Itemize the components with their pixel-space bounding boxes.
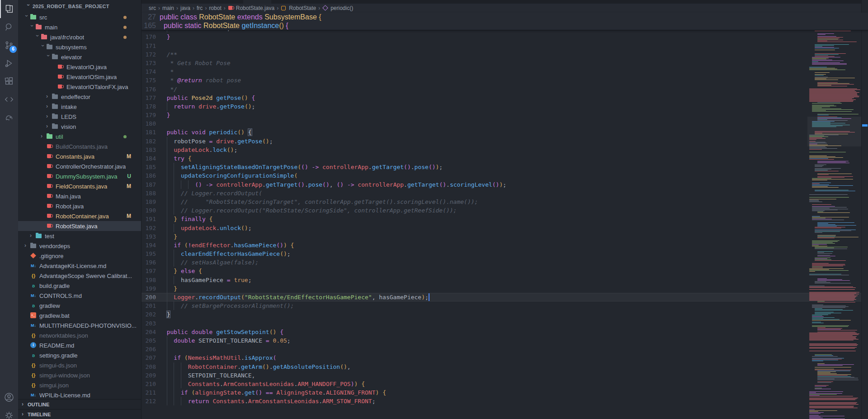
explorer-icon[interactable] bbox=[0, 0, 18, 18]
tree-item-elevator[interactable]: ›elevator bbox=[18, 52, 141, 62]
code-line-191[interactable]: 191 } finally { bbox=[142, 215, 868, 223]
tree-item-controls-md[interactable]: M↓CONTROLS.md bbox=[18, 291, 141, 301]
code-line-196[interactable]: 196 // setHasAlgae(false); bbox=[142, 258, 868, 267]
live-share-icon[interactable] bbox=[0, 90, 18, 108]
tree-item-vision[interactable]: ›vision bbox=[18, 122, 141, 132]
code-line-177[interactable]: 177 public Pose2d getPose() { bbox=[142, 94, 868, 102]
code-line-187[interactable]: 187 () -> controllerApp.getTarget().pose… bbox=[142, 180, 868, 189]
code-line-199[interactable]: 199 } bbox=[142, 284, 868, 293]
extensions-icon[interactable] bbox=[0, 72, 18, 90]
code-line-180[interactable]: 180 bbox=[142, 119, 868, 128]
code-line-202[interactable]: 202 } bbox=[142, 310, 868, 319]
tree-item-build-gradle[interactable]: ʚbuild.gradle bbox=[18, 281, 141, 291]
search-icon[interactable] bbox=[0, 18, 18, 36]
code-line-211[interactable]: 211 if (aligningState.get() == AligningS… bbox=[142, 388, 868, 397]
gradle-icon[interactable] bbox=[0, 108, 18, 127]
code-line-207[interactable]: 207 if (NemesisMathUtil.isApprox( bbox=[142, 353, 868, 362]
tree-item-buildconstants-java[interactable]: BuildConstants.java bbox=[18, 141, 141, 151]
tree-item-test[interactable]: ›test bbox=[18, 231, 141, 241]
tree-item-simgui-window-json[interactable]: {}simgui-window.json bbox=[18, 370, 141, 380]
code-line-182[interactable]: 182 robotPose = drive.getPose(); bbox=[142, 137, 868, 146]
code-line-173[interactable]: 173 * Gets Robot Pose bbox=[142, 59, 868, 67]
code-line-184[interactable]: 184 try { bbox=[142, 154, 868, 163]
run-debug-icon[interactable] bbox=[0, 54, 18, 72]
breadcrumb-item-frc[interactable]: frc bbox=[197, 5, 203, 11]
code-line-198[interactable]: 198 hasGamePiece = true; bbox=[142, 276, 868, 284]
tree-item-simgui-json[interactable]: {}simgui.json bbox=[18, 380, 141, 390]
source-control-icon[interactable]: 6 bbox=[0, 36, 18, 54]
code-line-189[interactable]: 189 // "RobotState/ScoringTarget", contr… bbox=[142, 198, 868, 206]
tree-item-fieldconstants-java[interactable]: FieldConstants.javaM bbox=[18, 181, 141, 191]
breadcrumb-item-main[interactable]: main bbox=[162, 5, 174, 11]
breadcrumb-item-src[interactable]: src bbox=[149, 5, 156, 11]
code-line-205[interactable]: 205 double SETPOINT_TOLERANCE = 0.05; bbox=[142, 336, 868, 345]
code-line-212[interactable]: 212 return Constants.ArmConstantsLeonida… bbox=[142, 397, 868, 405]
tree-item--gitignore[interactable]: .gitignore bbox=[18, 251, 141, 261]
tree-item-robotcontainer-java[interactable]: RobotContainer.javaM bbox=[18, 211, 141, 221]
code-line-204[interactable]: 204 public double getStowSetpoint() { bbox=[142, 328, 868, 336]
overview-ruler[interactable] bbox=[861, 0, 868, 419]
breadcrumb-item-periodic-[interactable]: periodic() bbox=[322, 5, 353, 11]
tree-item-multithreaded-photonvisio-[interactable]: M↓MULTITHREADED-PHOTONVISIO... bbox=[18, 320, 141, 330]
code-line-208[interactable]: 208 RobotContainer.getArm().getAbsoluteP… bbox=[142, 363, 868, 371]
tree-item-elevatoriotalonfx-java[interactable]: ElevatorIOTalonFX.java bbox=[18, 82, 141, 92]
code-line-170[interactable]: 170 } bbox=[142, 33, 868, 41]
code-line-175[interactable]: 175 * @return robot pose bbox=[142, 76, 868, 85]
code-line-201[interactable]: 201 // setBargeProcessorAlignment(); bbox=[142, 301, 868, 310]
tree-item-settings-gradle[interactable]: ʚsettings.gradle bbox=[18, 350, 141, 360]
tree-item-controllerorchestrator-java[interactable]: ControllerOrchestrator.java bbox=[18, 161, 141, 171]
code-line-195[interactable]: 195 clearEndEffectorHasGamePiece(); bbox=[142, 250, 868, 258]
breadcrumb-item-java[interactable]: java bbox=[180, 5, 190, 11]
code-line-210[interactable]: 210 Constants.ArmConstantsLeonidas.ARM_H… bbox=[142, 380, 868, 388]
code-line-193[interactable]: 193 } bbox=[142, 232, 868, 241]
tree-item-elevatorio-java[interactable]: ElevatorIO.java bbox=[18, 62, 141, 72]
tree-item-util[interactable]: ›util bbox=[18, 132, 141, 141]
tree-item-intake[interactable]: ›intake bbox=[18, 102, 141, 112]
tree-item-subsystems[interactable]: ›subsystems bbox=[18, 42, 141, 52]
minimap-slider[interactable] bbox=[807, 117, 861, 146]
account-icon[interactable] bbox=[0, 388, 18, 406]
code-line-194[interactable]: 194 if (!endEffector.hasGamePiece()) { bbox=[142, 241, 868, 250]
tree-item-vendordeps[interactable]: ›vendordeps bbox=[18, 241, 141, 251]
code-area[interactable]: throw new IllegalStateException("RobotSt… bbox=[142, 13, 868, 419]
tree-item-dummysubsystem-java[interactable]: DummySubsystem.javaU bbox=[18, 171, 141, 181]
code-line-171[interactable]: 171 bbox=[142, 42, 868, 50]
code-line-183[interactable]: 183 updateLock.lock(); bbox=[142, 146, 868, 154]
code-line-178[interactable]: 178 return drive.getPose(); bbox=[142, 102, 868, 111]
tree-item-wpilib-license-md[interactable]: M↓WPILib-License.md bbox=[18, 390, 141, 400]
code-line-206[interactable]: 206 bbox=[142, 345, 868, 353]
tree-item-java-frc-robot[interactable]: ›java\frc\robot bbox=[18, 32, 141, 42]
tree-item-main[interactable]: ›main bbox=[18, 22, 141, 32]
tree-item-readme-md[interactable]: iREADME.md bbox=[18, 340, 141, 350]
explorer-section-header[interactable]: › 2025_ROBOT_BASE_PROJECT bbox=[18, 0, 141, 12]
code-line-192[interactable]: 192 updateLock.unlock(); bbox=[142, 224, 868, 232]
breadcrumb-item-robot[interactable]: robot bbox=[209, 5, 221, 11]
breadcrumb-item-robotstate[interactable]: RobotState bbox=[281, 5, 316, 11]
sticky-line[interactable]: 27public class RobotState extends Subsys… bbox=[142, 13, 868, 21]
tree-item-src[interactable]: ›src bbox=[18, 12, 141, 22]
code-line-197[interactable]: 197 } else { bbox=[142, 267, 868, 275]
code-line-209[interactable]: 209 SETPOINT_TOLERANCE, bbox=[142, 371, 868, 380]
timeline-panel-header[interactable]: › TIMELINE bbox=[18, 409, 141, 419]
tree-item-endeffector[interactable]: ›endeffector bbox=[18, 92, 141, 102]
outline-panel-header[interactable]: › OUTLINE bbox=[18, 399, 141, 409]
code-line-186[interactable]: 186 updateScoringConfigurationSimple( bbox=[142, 171, 868, 180]
settings-gear-icon[interactable] bbox=[0, 406, 18, 419]
active-tab-sliver[interactable] bbox=[243, 0, 271, 4]
tree-item-main-java[interactable]: Main.java bbox=[18, 191, 141, 201]
code-line-188[interactable]: 188 // Logger.recordOutput( bbox=[142, 189, 868, 198]
code-line-200[interactable]: 200 Logger.recordOutput("RobotState/EndE… bbox=[142, 293, 868, 301]
tree-item-simgui-ds-json[interactable]: {}simgui-ds.json bbox=[18, 360, 141, 370]
code-line-185[interactable]: 185 setAligningStateBasedOnTargetPose(()… bbox=[142, 163, 868, 171]
tree-item-advantagekit-license-md[interactable]: M↓AdvantageKit-License.md bbox=[18, 261, 141, 271]
tree-item-gradlew-bat[interactable]: ›_gradlew.bat bbox=[18, 311, 141, 320]
code-line-203[interactable]: 203 bbox=[142, 319, 868, 328]
code-line-176[interactable]: 176 */ bbox=[142, 85, 868, 94]
code-line-190[interactable]: 190 // Logger.recordOutput("RobotState/S… bbox=[142, 206, 868, 215]
sticky-line[interactable]: 165 public static RobotState getInstance… bbox=[142, 21, 868, 30]
tree-item-robot-java[interactable]: Robot.java bbox=[18, 201, 141, 211]
code-line-179[interactable]: 179 } bbox=[142, 111, 868, 119]
tree-item-advantagescope-swerve-calibrat-[interactable]: {}AdvantageScope Swerve Calibrat... bbox=[18, 271, 141, 281]
tree-item-elevatoriosim-java[interactable]: ElevatorIOSim.java bbox=[18, 72, 141, 82]
tree-item-constants-java[interactable]: Constants.javaM bbox=[18, 151, 141, 161]
